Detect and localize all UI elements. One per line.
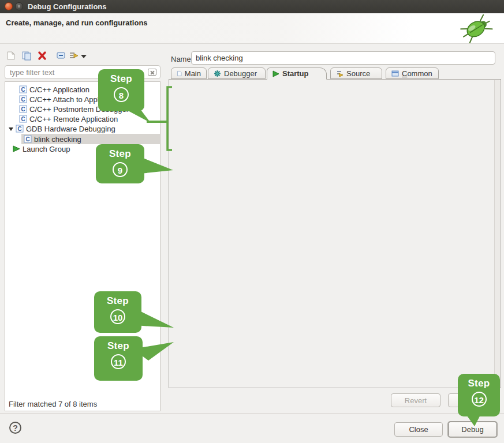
filter-configurations-icon[interactable] — [69, 51, 79, 61]
step-label: Step — [94, 340, 143, 352]
tab-label: Startup — [282, 69, 309, 78]
svg-text:C: C — [17, 126, 21, 132]
step-10-callout: Step 10 — [94, 291, 141, 333]
toolbar-menu-caret-icon[interactable] — [81, 55, 87, 58]
step-number: 8 — [114, 87, 129, 102]
window-close-button[interactable] — [5, 2, 13, 10]
step-label: Step — [98, 73, 144, 85]
step-9-callout: Step 9 — [96, 144, 144, 183]
tree-item-gdb-hardware-debugging[interactable]: C GDB Hardware Debugging — [8, 124, 158, 134]
footer-separator — [0, 413, 504, 414]
step-label: Step — [458, 378, 500, 389]
clear-filter-icon[interactable] — [148, 69, 156, 76]
tab-debugger[interactable]: Debugger — [208, 67, 266, 79]
c-app-icon: C — [24, 135, 32, 143]
svg-text:C: C — [21, 96, 25, 103]
tree-item-label: blink checking — [34, 135, 81, 144]
svg-text:C: C — [25, 136, 29, 142]
c-app-icon: C — [19, 95, 27, 103]
c-app-icon: C — [16, 125, 24, 133]
debug-configurations-dialog: Debug Configurations Create, manage, and… — [0, 0, 504, 443]
step-number: 9 — [113, 162, 128, 177]
tree-item-label: C/C++ Application — [29, 85, 89, 94]
debug-bug-icon — [456, 13, 497, 43]
expander-icon[interactable] — [9, 127, 13, 131]
svg-text:C: C — [21, 87, 25, 93]
tab-label: Source — [346, 69, 370, 78]
tree-item-label: GDB Hardware Debugging — [26, 125, 115, 133]
banner-subtitle: Create, manage, and run configurations — [6, 18, 148, 27]
tab-label: Common — [402, 69, 432, 78]
tree-item[interactable]: C C/C++ Postmortem Debugger — [19, 104, 169, 114]
c-app-icon: C — [19, 85, 27, 93]
tree-item[interactable]: C C/C++ Application — [19, 85, 169, 95]
step-label: Step — [94, 295, 141, 307]
step-11-callout: Step 11 — [94, 336, 143, 381]
name-label: Name: — [171, 55, 193, 63]
svg-text:C: C — [21, 116, 25, 122]
main-tab-icon — [177, 70, 182, 77]
tab-startup-active[interactable]: Startup — [267, 67, 327, 80]
debugger-tab-icon — [214, 70, 221, 77]
step-number: 10 — [110, 309, 125, 324]
tab-common[interactable]: Common — [386, 67, 439, 79]
startup-tab-icon — [272, 70, 279, 77]
duplicate-configuration-icon[interactable] — [21, 51, 32, 61]
collapse-all-icon[interactable] — [56, 51, 66, 61]
filter-status-text: Filter matched 7 of 8 items — [9, 400, 97, 408]
tree-item-label: Launch Group — [23, 145, 70, 153]
step-12-callout: Step 12 — [458, 374, 500, 416]
name-input[interactable] — [191, 51, 495, 65]
revert-button[interactable]: Revert — [391, 393, 440, 407]
vertical-scrollbar[interactable] — [494, 80, 500, 388]
step-label: Step — [96, 148, 144, 160]
new-configuration-icon[interactable] — [6, 51, 16, 61]
svg-text:C: C — [21, 106, 25, 112]
window-minimize-button[interactable] — [15, 2, 23, 10]
tree-item-label: C/C++ Remote Application — [29, 115, 118, 123]
tab-label: Debugger — [224, 69, 257, 78]
tree-item-blink-checking-selected[interactable]: C blink checking — [21, 134, 171, 144]
tab-label: Main — [185, 69, 201, 78]
common-tab-icon — [391, 70, 399, 77]
close-button[interactable]: Close — [394, 422, 443, 437]
source-tab-icon — [336, 70, 344, 77]
titlebar: Debug Configurations — [0, 0, 504, 13]
step-8-callout: Step 8 — [98, 69, 144, 111]
tab-main[interactable]: Main — [171, 67, 207, 79]
startup-tab-content — [169, 79, 501, 388]
launch-group-play-icon — [12, 145, 20, 153]
tree-item[interactable]: C C/C++ Remote Application — [19, 114, 169, 124]
help-button[interactable]: ? — [9, 422, 21, 434]
window-title: Debug Configurations — [28, 2, 107, 11]
banner: Create, manage, and run configurations — [0, 13, 504, 44]
tree-item[interactable]: C C/C++ Attach to Application — [19, 95, 169, 104]
c-app-icon: C — [19, 105, 27, 113]
tab-source[interactable]: Source — [330, 67, 382, 79]
delete-configuration-icon[interactable] — [37, 51, 47, 61]
c-app-icon: C — [19, 115, 27, 123]
debug-button[interactable]: Debug — [448, 422, 497, 437]
step-number: 12 — [472, 392, 487, 407]
step-number: 11 — [111, 354, 126, 369]
